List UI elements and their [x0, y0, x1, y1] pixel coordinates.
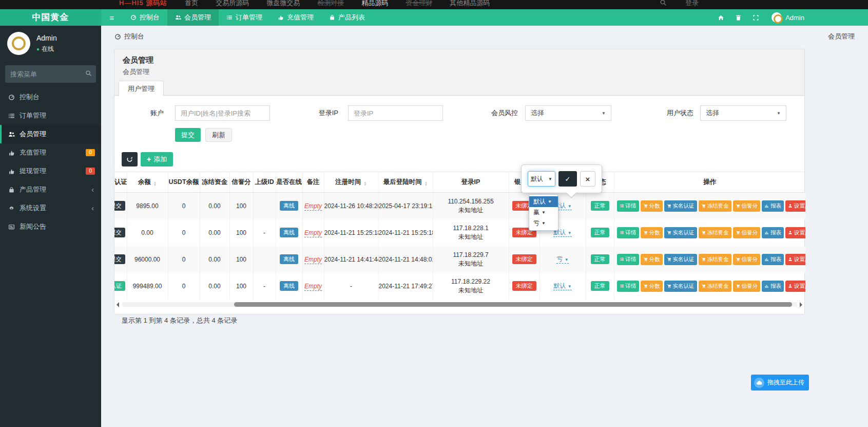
risk-popup-select[interactable]: 默认▼	[528, 171, 555, 187]
sidebar-toggle-button[interactable]: ≡	[101, 9, 123, 26]
column-header-balance[interactable]: 余额▲▼	[127, 172, 168, 193]
home-icon[interactable]	[712, 9, 729, 26]
risk-option-默认[interactable]: 默认▼	[529, 196, 558, 207]
cell-parent-id	[253, 246, 276, 273]
sidebar-item-提现管理[interactable]: 提现管理0	[0, 162, 101, 180]
cell-note: Empty	[302, 246, 324, 273]
drag-upload-button[interactable]: 拖拽至此上传	[751, 375, 809, 391]
sort-icon: ▲▼	[425, 181, 428, 186]
breadcrumb-dashboard-link[interactable]: 控制台	[114, 32, 144, 41]
note-editable-link[interactable]: Empty	[304, 202, 322, 211]
user-menu[interactable]: Admin	[764, 12, 812, 23]
background-nav-link[interactable]: 检测对接	[317, 0, 344, 8]
background-search-icon[interactable]	[660, 0, 667, 7]
trash-icon[interactable]	[729, 9, 747, 26]
risk-edit-popover: 默认▼ ✓ ×	[521, 164, 602, 193]
realname-auth-button[interactable]: 实名认证	[664, 200, 697, 212]
note-editable-link[interactable]: Empty	[304, 229, 322, 237]
nav-item-会员管理[interactable]: 会员管理	[167, 9, 219, 26]
table-row: 认证 999489.00 0 0.00 100 - 离线 Empty - 202…	[114, 273, 805, 300]
background-nav-link[interactable]: 其他精品源码	[450, 0, 490, 8]
scroll-right-arrow[interactable]	[800, 302, 802, 307]
detail-button[interactable]: 详情	[617, 200, 639, 212]
freeze-funds-button[interactable]: 冻结资金	[699, 281, 731, 292]
scroll-left-arrow[interactable]	[117, 302, 119, 307]
freeze-funds-button[interactable]: 冻结资金	[699, 227, 731, 238]
list-icon	[620, 203, 624, 208]
realname-auth-button[interactable]: 实名认证	[664, 254, 697, 265]
score-button[interactable]: 分数	[641, 200, 663, 212]
risk-option-亏[interactable]: 亏▼	[529, 218, 558, 229]
member-risk-select[interactable]: 选择▼	[525, 105, 611, 121]
set-blacklist-button[interactable]: 设置黑名单	[785, 227, 805, 238]
credit-score-button[interactable]: 信誉分	[733, 281, 761, 292]
sidebar-item-系统设置[interactable]: 系统设置‹	[0, 199, 101, 217]
sidebar-user-panel: Admin ●在线	[0, 26, 101, 60]
credit-score-button[interactable]: 信誉分	[733, 227, 761, 238]
detail-button[interactable]: 详情	[617, 254, 639, 265]
risk-option-赢[interactable]: 赢▼	[529, 207, 558, 218]
nav-item-产品列表[interactable]: 产品列表	[321, 9, 373, 26]
submit-button[interactable]: 提交	[175, 128, 201, 142]
background-nav-link[interactable]: 微盘微交易	[266, 0, 300, 8]
scrollbar-thumb[interactable]	[234, 302, 792, 307]
user-status-select[interactable]: 选择▼	[700, 105, 786, 121]
horizontal-scrollbar[interactable]	[114, 301, 804, 308]
risk-editable-link[interactable]: 默认 ▼	[553, 282, 571, 290]
avatar	[7, 32, 30, 55]
fullscreen-icon[interactable]	[747, 9, 764, 26]
sidebar-item-订单管理[interactable]: 订单管理	[0, 106, 101, 125]
detail-button[interactable]: 详情	[617, 227, 639, 238]
set-blacklist-button[interactable]: 设置黑名单	[785, 200, 805, 212]
sidebar-item-控制台[interactable]: 控制台	[0, 88, 101, 106]
tab-user-management[interactable]: 用户管理	[119, 81, 164, 97]
table-refresh-button[interactable]	[122, 152, 138, 166]
background-nav-link[interactable]: 精品源码	[361, 0, 388, 8]
sidebar-search-icon[interactable]	[85, 70, 92, 78]
cell-actions: 详情分数实名认证冻结资金信誉分报表设置黑名单冻结	[614, 219, 805, 246]
account-search-input[interactable]	[175, 105, 270, 121]
auth-badge: 提交	[114, 228, 125, 237]
nav-item-充值管理[interactable]: 充值管理	[270, 9, 321, 26]
cancel-button[interactable]: ×	[580, 171, 595, 187]
sidebar-search-input[interactable]	[5, 65, 96, 83]
report-button[interactable]: 报表	[762, 227, 784, 238]
set-blacklist-button[interactable]: 设置黑名单	[785, 254, 805, 265]
freeze-funds-button[interactable]: 冻结资金	[699, 254, 731, 265]
score-button[interactable]: 分数	[641, 281, 663, 292]
add-button[interactable]: +添加	[141, 152, 173, 166]
credit-score-button[interactable]: 信誉分	[733, 254, 761, 265]
report-button[interactable]: 报表	[762, 281, 784, 292]
column-header-reg[interactable]: 注册时间▲▼	[324, 172, 378, 193]
report-button[interactable]: 报表	[762, 254, 784, 265]
score-button[interactable]: 分数	[641, 227, 663, 238]
credit-score-button[interactable]: 信誉分	[733, 200, 761, 212]
sidebar-item-会员管理[interactable]: 会员管理	[0, 125, 101, 143]
set-blacklist-button[interactable]: 设置黑名单	[785, 281, 805, 292]
background-nav-link[interactable]: 交易所源码	[216, 0, 249, 8]
nav-item-订单管理[interactable]: 订单管理	[219, 9, 270, 26]
refresh-button[interactable]: 刷新	[205, 128, 232, 142]
sidebar-item-产品管理[interactable]: 产品管理‹	[0, 180, 101, 199]
report-button[interactable]: 报表	[762, 200, 784, 212]
sidebar-item-新闻公告[interactable]: 新闻公告	[0, 217, 101, 236]
column-header-last[interactable]: 最后登陆时间▲▼	[378, 172, 433, 193]
score-button[interactable]: 分数	[641, 254, 663, 265]
background-nav-link[interactable]: 首页	[185, 0, 198, 8]
brand-logo[interactable]: 中国黄金	[0, 9, 101, 26]
realname-auth-button[interactable]: 实名认证	[664, 281, 697, 292]
confirm-button[interactable]: ✓	[558, 171, 577, 187]
background-login-link[interactable]: 登录	[685, 0, 699, 8]
cart-icon	[667, 257, 671, 262]
note-editable-link[interactable]: Empty	[304, 256, 322, 264]
login-ip-input[interactable]	[348, 105, 443, 121]
background-page-strip: H—HI5 源码站 首页交易所源码微盘微交易检测对接精品源码资金理财其他精品源码…	[0, 0, 868, 9]
realname-auth-button[interactable]: 实名认证	[664, 227, 697, 238]
freeze-funds-button[interactable]: 冻结资金	[699, 200, 731, 212]
detail-button[interactable]: 详情	[617, 281, 639, 292]
background-nav-link[interactable]: 资金理财	[406, 0, 432, 8]
risk-editable-link[interactable]: 亏 ▼	[556, 255, 568, 264]
nav-item-控制台[interactable]: 控制台	[123, 9, 167, 26]
note-editable-link[interactable]: Empty	[304, 283, 322, 291]
sidebar-item-充值管理[interactable]: 充值管理0	[0, 143, 101, 162]
